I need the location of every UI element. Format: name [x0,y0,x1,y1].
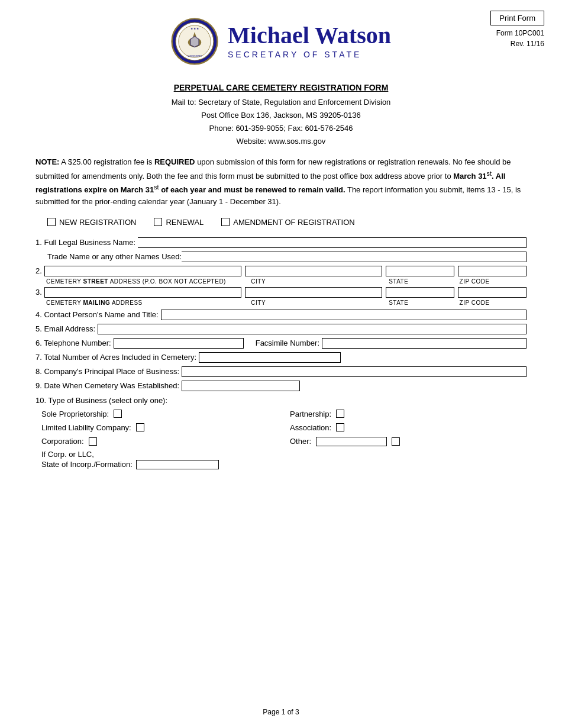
field-9-label: 9. Date When Cemetery Was Established: [35,381,179,390]
corp-line2-row: State of Incorp./Formation: [41,460,527,469]
field-2-number: 2. [35,266,42,275]
amendment-checkbox[interactable] [221,218,230,226]
field-5-row: 5. Email Address: [35,324,527,334]
reg-option-renewal[interactable]: RENEWAL [154,218,204,227]
city3-label: CITY [251,299,385,306]
corp-option[interactable]: Corporation: [41,437,278,446]
mail-line3: Phone: 601-359-9055; Fax: 601-576-2546 [35,122,527,135]
mail-addr-label: CEMETERY MAILING ADDRESS [46,299,247,306]
state3-input[interactable] [386,287,454,298]
partnership-option[interactable]: Partnership: [290,410,527,418]
registration-type-row: NEW REGISTRATION RENEWAL AMENDMENT OF RE… [47,218,527,227]
header-text: Michael Watson SECRETARY OF STATE [228,24,391,59]
mailing-address-row: 3. [35,287,527,298]
corp-checkbox[interactable] [89,437,97,446]
field-3-section: 3. CEMETERY MAILING ADDRESS CITY ST [35,287,527,306]
field-8-row: 8. Company's Principal Place of Business… [35,366,527,377]
corp-line1: If Corp. or LLC, [41,450,527,459]
reg-option-amendment[interactable]: AMENDMENT OF REGISTRATION [221,218,354,227]
field-4-row: 4. Contact Person's Name and Title: [35,310,527,320]
sole-prop-option[interactable]: Sole Proprietorship: [41,410,278,418]
mail-addr-labels: CEMETERY MAILING ADDRESS CITY STATE ZIP … [35,298,527,306]
association-option[interactable]: Association: [290,423,527,432]
field-9-input[interactable] [182,381,300,391]
association-checkbox[interactable] [336,423,344,431]
field-6b-label: Facsimile Number: [256,339,319,347]
city3-input[interactable] [245,287,382,298]
sole-prop-label: Sole Proprietorship: [41,410,109,418]
print-button[interactable]: Print Form [490,11,544,25]
city2-input[interactable] [245,266,382,276]
street-addr-label: CEMETERY STREET ADDRESS (P.O. BOX NOT AC… [46,278,247,285]
header-logo: ★ ★ ★ MISSISSIPPI Michael Watson SECRETA… [35,18,527,65]
page-container: Print Form Form 10PC001 Rev. 11/16 ★ ★ ★… [0,0,562,728]
city2-label: CITY [251,278,385,285]
field-5-input[interactable] [98,324,527,334]
renewal-checkbox[interactable] [154,218,162,226]
state2-label: STATE [389,278,456,285]
note-text1: A $25.00 registration fee is [59,157,154,166]
state3-label-cell: STATE [389,298,456,306]
field-7-row: 7. Total Number of Acres Included in Cem… [35,352,527,363]
field-4-input[interactable] [161,310,527,320]
state3-label: STATE [389,299,456,306]
mail-info: Mail to: Secretary of State, Regulation … [35,96,527,148]
street-addr-labels: CEMETERY STREET ADDRESS (P.O. BOX NOT AC… [35,277,527,285]
page-footer: Page 1 of 3 [0,708,562,716]
new-registration-checkbox[interactable] [47,218,56,226]
street-address-input[interactable] [44,266,241,276]
note-section: NOTE: A $25.00 registration fee is REQUI… [35,156,527,208]
field-9-row: 9. Date When Cemetery Was Established: [35,381,527,391]
zip3-input[interactable] [458,287,527,298]
llc-label: Limited Liability Company: [41,423,131,432]
form-revision: Rev. 11/16 [490,38,544,49]
trade-name-label: Trade Name or any other Names Used: [47,252,182,261]
corp-section: If Corp. or LLC, State of Incorp./Format… [41,450,527,469]
mail-address-input[interactable] [44,287,241,298]
field-6-telephone-input[interactable] [114,338,244,349]
note-bold2: March 31 [453,172,486,181]
mail-line2: Post Office Box 136, Jackson, MS 39205-0… [35,109,527,122]
other-input[interactable] [316,437,387,446]
note-sup2: st [487,170,492,177]
field-3-number: 3. [35,288,42,297]
association-label: Association: [290,423,331,432]
secretary-name: Michael Watson [228,24,391,47]
corp-label: Corporation: [41,437,84,446]
street-address-row: 2. [35,266,527,276]
llc-option[interactable]: Limited Liability Company: [41,423,278,432]
other-checkbox[interactable] [392,437,400,446]
field-6-row: 6. Telephone Number: Facsimile Number: [35,338,527,349]
sole-prop-checkbox[interactable] [114,410,122,418]
field-1-input[interactable] [138,237,527,248]
amendment-label: AMENDMENT OF REGISTRATION [233,218,354,227]
llc-checkbox[interactable] [136,423,144,431]
top-right-area: Print Form Form 10PC001 Rev. 11/16 [490,11,544,49]
state2-input[interactable] [386,266,454,276]
reg-option-new[interactable]: NEW REGISTRATION [47,218,136,227]
renewal-label: RENEWAL [166,218,204,227]
field-6-fax-input[interactable] [322,338,527,349]
state-incorp-input[interactable] [136,460,219,469]
field-8-input[interactable] [182,366,527,377]
note-sup3: st [154,183,159,191]
trade-name-row: Trade Name or any other Names Used: [47,252,527,262]
new-registration-label: NEW REGISTRATION [59,218,136,227]
field-1-row: 1. Full Legal Business Name: [35,237,527,248]
partnership-checkbox[interactable] [336,410,344,418]
field-8-label: 8. Company's Principal Place of Business… [35,367,179,376]
field-7-input[interactable] [199,352,341,363]
city2-cell [245,266,382,276]
zip2-label-cell: ZIP CODE [460,277,527,285]
other-option[interactable]: Other: [290,437,527,446]
zip2-label: ZIP CODE [460,278,527,285]
street-addr-cell: 2. [35,266,241,276]
corp-line2-label: State of Incorp./Formation: [41,460,133,469]
zip2-input[interactable] [458,266,527,276]
mail-line4: Website: www.sos.ms.gov [35,135,527,148]
trade-name-input[interactable] [182,252,527,262]
street-label-cell: CEMETERY STREET ADDRESS (P.O. BOX NOT AC… [35,277,247,285]
city3-label-cell: CITY [251,298,385,306]
state2-cell [386,266,454,276]
form-title: PERPETUAL CARE CEMETERY REGISTRATION FOR… [35,83,527,92]
